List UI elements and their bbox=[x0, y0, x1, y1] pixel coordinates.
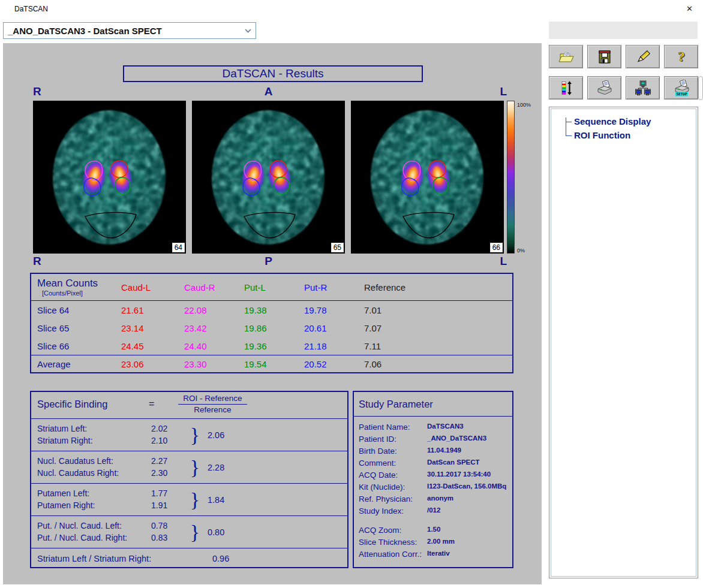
print-button[interactable] bbox=[587, 76, 621, 99]
column-header-caud-r: Caud-R bbox=[184, 282, 244, 293]
table-row: Slice 66 24.45 24.40 19.36 21.18 7.11 bbox=[31, 337, 512, 355]
spect-brain-image bbox=[351, 101, 504, 254]
field-value: I123-DatScan, 156.0MBq bbox=[427, 483, 506, 490]
field-label: ACQ Zoom: bbox=[359, 526, 401, 535]
printer-setup-icon: SETUP bbox=[672, 80, 691, 97]
field-label: Study Index: bbox=[359, 506, 404, 515]
field-value: /012 bbox=[427, 506, 440, 514]
spect-brain-image bbox=[33, 101, 186, 254]
results-panel: DaTSCAN - Results R A L bbox=[3, 43, 542, 584]
study-parameter-field: Attenuation Corr.:Iterativ bbox=[359, 548, 512, 560]
field-value: 1.50 bbox=[427, 526, 440, 533]
intensity-colorbar bbox=[507, 101, 515, 254]
function-tree-panel: Sequence Display ROI Function bbox=[549, 107, 698, 578]
field-value: Iterativ bbox=[427, 550, 450, 557]
pencil-icon bbox=[635, 49, 651, 65]
table-row: Slice 65 23.14 23.42 19.86 20.61 7.07 bbox=[31, 319, 512, 337]
binding-row-putamen: Putamen Left: Putamen Right: 1.77 1.91 }… bbox=[31, 483, 347, 515]
table-row: Slice 64 21.61 22.08 19.38 19.78 7.01 bbox=[31, 301, 512, 319]
floppy-save-icon bbox=[596, 49, 613, 65]
binding-formula: ROI - Reference Reference bbox=[166, 393, 259, 414]
open-button[interactable] bbox=[549, 45, 583, 68]
study-selector-dropdown[interactable]: _ANO_DaTSCAN3 - DatScan SPECT bbox=[3, 22, 256, 39]
study-parameter-field: ACQ Date:30.11.2017 13:54:40 bbox=[359, 469, 512, 481]
field-label: Kit (Nuclide): bbox=[359, 483, 405, 491]
orientation-label-bottom-l: L bbox=[477, 255, 507, 269]
study-parameter-field: Patient ID:_ANO_DaTSCAN3 bbox=[359, 433, 512, 445]
study-parameter-field: Study Index:/012 bbox=[359, 505, 512, 517]
column-header-caud-l: Caud-L bbox=[121, 282, 184, 293]
binding-row-caudatus: Nucl. Caudatus Left: Nucl. Caudatus Righ… bbox=[31, 451, 347, 483]
chevron-down-icon bbox=[240, 29, 256, 33]
orientation-label-bottom-p: P bbox=[192, 255, 345, 269]
study-parameter-title: Study Parameter bbox=[354, 392, 512, 417]
specific-binding-title: Specific Binding bbox=[37, 399, 107, 410]
status-field[interactable] bbox=[549, 22, 698, 39]
save-button[interactable] bbox=[587, 45, 621, 68]
binding-row-striatum: Striatum Left: Striatum Right: 2.02 2.10… bbox=[31, 418, 347, 451]
brace-glyph: } bbox=[182, 484, 208, 515]
brace-glyph: } bbox=[182, 516, 208, 548]
field-value: 2.00 mm bbox=[427, 538, 455, 545]
tree-item-roi-function[interactable]: ROI Function bbox=[574, 130, 630, 140]
field-value: DaTSCAN3 bbox=[427, 423, 464, 430]
edit-button[interactable] bbox=[626, 45, 660, 68]
binding-row-left-right-ratio: Striatum Left / Striatum Right: 0.96 bbox=[31, 548, 347, 569]
folder-open-icon bbox=[557, 49, 575, 65]
study-parameter-field: ACQ Zoom:1.50 bbox=[359, 524, 512, 536]
column-header-reference: Reference bbox=[364, 282, 512, 293]
study-parameter-panel: Study Parameter Patient Name:DaTSCAN3Pat… bbox=[353, 391, 513, 568]
field-label: Patient Name: bbox=[359, 423, 410, 432]
study-parameter-field: Comment:DatScan SPECT bbox=[359, 457, 512, 469]
svg-text:SETUP: SETUP bbox=[676, 92, 687, 96]
field-label: Comment: bbox=[359, 459, 396, 468]
field-label: Attenuation Corr.: bbox=[359, 550, 422, 559]
help-button[interactable]: ? ? bbox=[664, 45, 698, 68]
orientation-label-top-a: A bbox=[192, 85, 345, 99]
orientation-label-bottom-r: R bbox=[33, 255, 69, 269]
color-scale-button[interactable] bbox=[549, 76, 583, 99]
table-row-average: Average 23.06 23.30 19.54 20.52 7.06 bbox=[31, 355, 512, 372]
column-header-put-r: Put-R bbox=[304, 282, 364, 293]
mean-counts-title: Mean Counts bbox=[37, 278, 121, 288]
network-transfer-button[interactable] bbox=[626, 76, 660, 99]
scan-slice-3[interactable]: 66 bbox=[351, 101, 504, 254]
brace-glyph: } bbox=[182, 451, 208, 483]
field-label: ACQ Date: bbox=[359, 471, 398, 480]
printer-icon bbox=[596, 80, 613, 96]
orientation-label-top-l: L bbox=[477, 85, 507, 99]
scrollbar-fragment[interactable] bbox=[698, 76, 703, 100]
svg-text:?: ? bbox=[678, 49, 685, 64]
mean-counts-subtitle: [Counts/Pixel] bbox=[37, 290, 121, 297]
network-icon bbox=[635, 80, 651, 96]
page-title: DaTSCAN - Results bbox=[123, 65, 423, 82]
spect-brain-image bbox=[192, 101, 345, 254]
field-value: 30.11.2017 13:54:40 bbox=[427, 471, 491, 478]
close-button[interactable]: ✕ bbox=[676, 0, 703, 17]
field-label: Birth Date: bbox=[359, 447, 397, 456]
field-value: _ANO_DaTSCAN3 bbox=[427, 435, 486, 442]
colorbar-min-label: 0% bbox=[517, 248, 525, 254]
equals-sign: = bbox=[149, 399, 154, 409]
scan-slice-2[interactable]: 65 bbox=[192, 101, 345, 254]
study-selector-value: _ANO_DaTSCAN3 - DatScan SPECT bbox=[4, 26, 240, 36]
column-header-put-l: Put-L bbox=[244, 282, 304, 293]
window-title: DaTSCAN bbox=[14, 5, 48, 13]
tree-item-sequence-display[interactable]: Sequence Display bbox=[574, 116, 651, 126]
slice-number-badge: 65 bbox=[331, 243, 344, 252]
print-setup-button[interactable]: SETUP bbox=[664, 76, 698, 99]
field-value: DatScan SPECT bbox=[427, 459, 480, 466]
specific-binding-table: Specific Binding = ROI - Reference Refer… bbox=[30, 391, 349, 568]
tree-connector bbox=[566, 117, 566, 135]
datscan-window: DaTSCAN ✕ _ANO_DaTSCAN3 - DatScan SPECT … bbox=[0, 0, 703, 588]
study-parameter-field: Kit (Nuclide):I123-DatScan, 156.0MBq bbox=[359, 481, 512, 493]
field-label: Patient ID: bbox=[359, 435, 396, 444]
study-parameter-field: Birth Date:11.04.1949 bbox=[359, 445, 512, 457]
field-label: Slice Thickness: bbox=[359, 538, 417, 547]
titlebar: DaTSCAN ✕ bbox=[0, 0, 703, 18]
field-label: Ref. Physician: bbox=[359, 494, 413, 503]
orientation-label-top-r: R bbox=[33, 85, 69, 99]
help-question-icon: ? ? bbox=[673, 49, 690, 65]
scan-slice-1[interactable]: 64 bbox=[33, 101, 186, 254]
study-parameter-field: Patient Name:DaTSCAN3 bbox=[359, 421, 512, 433]
